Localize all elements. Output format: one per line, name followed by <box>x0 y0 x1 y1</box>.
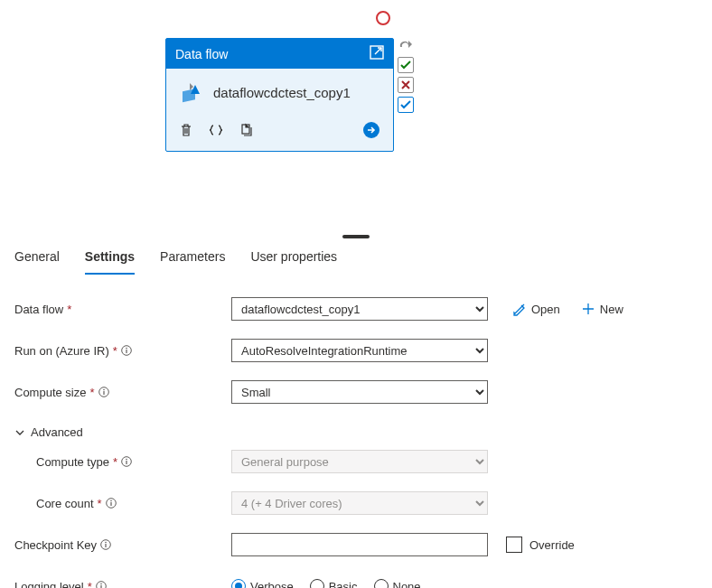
info-icon[interactable] <box>96 581 107 588</box>
runon-select[interactable]: AutoResolveIntegrationRuntime <box>231 339 488 362</box>
tab-settings[interactable]: Settings <box>85 242 135 275</box>
dataflow-activity-card[interactable]: Data flow dataflowcdctest_copy1 <box>165 38 394 152</box>
tab-parameters[interactable]: Parameters <box>160 242 225 275</box>
tab-general[interactable]: General <box>14 242 60 275</box>
logging-radio-basic[interactable]: Basic <box>310 579 358 588</box>
required-icon: * <box>67 303 71 316</box>
info-icon[interactable] <box>121 345 132 356</box>
advanced-toggle[interactable]: Advanced <box>14 418 698 446</box>
card-title: Data flow <box>175 47 228 61</box>
chevron-down-icon <box>14 427 25 438</box>
svg-point-5 <box>126 348 127 350</box>
pipeline-canvas: Data flow dataflowcdctest_copy1 <box>0 0 712 235</box>
activity-name: dataflowcdctest_copy1 <box>213 85 351 100</box>
svg-point-11 <box>126 459 127 461</box>
compute-type-label: Compute type <box>36 455 109 469</box>
redo-icon[interactable] <box>398 38 414 53</box>
core-count-label: Core count <box>36 497 94 510</box>
required-icon: * <box>98 497 102 510</box>
svg-rect-9 <box>103 391 104 395</box>
new-button[interactable]: New <box>582 303 623 316</box>
compute-size-label: Compute size <box>14 386 86 399</box>
required-icon: * <box>113 455 117 469</box>
info-icon[interactable] <box>98 387 109 397</box>
required-icon: * <box>113 344 117 358</box>
dataflow-icon <box>179 79 204 105</box>
info-icon[interactable] <box>106 498 117 509</box>
info-icon[interactable] <box>100 539 111 550</box>
logging-label: Logging level <box>14 580 84 589</box>
svg-rect-12 <box>126 461 126 464</box>
panel-resize-handle[interactable] <box>342 235 370 238</box>
card-header: Data flow <box>166 39 393 69</box>
open-button[interactable]: Open <box>513 303 560 316</box>
required-icon: * <box>88 580 92 589</box>
failure-handle-icon[interactable] <box>398 77 414 93</box>
radio-icon <box>374 579 389 588</box>
compute-size-select[interactable]: Small <box>231 380 488 404</box>
settings-form: Data flow * dataflowcdctest_copy1 Open N… <box>0 275 712 588</box>
svg-rect-18 <box>105 544 106 547</box>
checkpoint-label: Checkpoint Key <box>14 538 97 552</box>
override-label: Override <box>529 538 575 552</box>
core-count-select: 4 (+ 4 Driver cores) <box>231 491 488 515</box>
logging-radio-none[interactable]: None <box>374 579 421 588</box>
delete-icon[interactable] <box>179 123 193 140</box>
tab-user-properties[interactable]: User properties <box>250 242 337 275</box>
runon-label: Run on (Azure IR) <box>14 344 109 358</box>
card-side-handles <box>398 38 414 113</box>
success-handle-icon[interactable] <box>398 57 414 73</box>
dataflow-select[interactable]: dataflowcdctest_copy1 <box>231 297 488 321</box>
radio-icon <box>310 579 324 588</box>
logging-radio-verbose[interactable]: Verbose <box>231 579 294 588</box>
logging-radio-group: Verbose Basic None <box>231 579 421 588</box>
dataflow-label: Data flow <box>14 303 63 316</box>
checkpoint-input[interactable] <box>231 533 488 556</box>
compute-type-select: General purpose <box>231 450 488 473</box>
override-checkbox[interactable] <box>506 537 522 553</box>
radio-icon <box>231 579 246 588</box>
svg-rect-6 <box>126 350 126 353</box>
copy-icon[interactable] <box>239 123 253 140</box>
svg-point-14 <box>110 500 112 502</box>
expand-icon[interactable] <box>370 45 384 62</box>
svg-rect-15 <box>110 502 111 506</box>
completion-handle-icon[interactable] <box>398 97 414 113</box>
svg-point-8 <box>103 389 105 391</box>
code-icon[interactable] <box>208 123 224 140</box>
svg-point-20 <box>100 583 102 585</box>
info-icon[interactable] <box>121 456 132 467</box>
tabs: General Settings Parameters User propert… <box>0 242 712 275</box>
required-icon: * <box>89 386 94 399</box>
run-icon[interactable] <box>362 121 380 142</box>
validation-marker-icon <box>376 11 390 25</box>
svg-point-17 <box>105 542 107 544</box>
